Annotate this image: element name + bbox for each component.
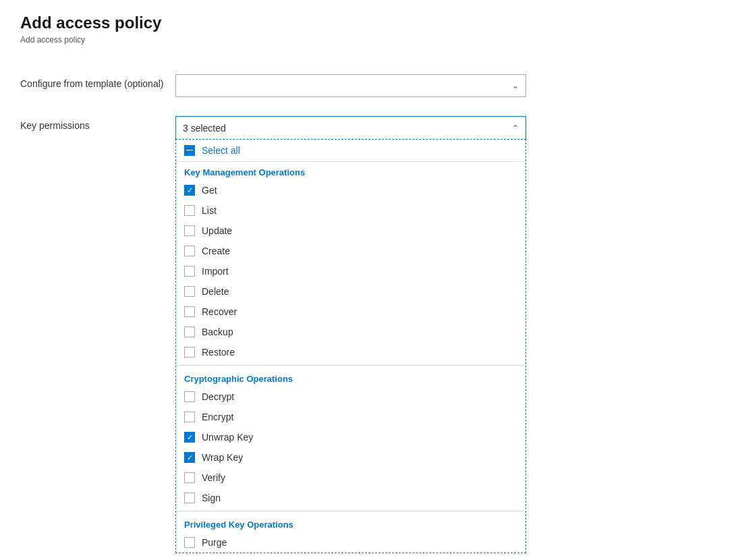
key-management-section-header: Key Management Operations [176, 162, 526, 180]
template-dropdown[interactable]: ⌄ [175, 74, 526, 97]
list-item[interactable]: Wrap Key [176, 447, 526, 468]
backup-checkbox[interactable] [184, 327, 195, 337]
recover-checkbox[interactable] [184, 306, 195, 317]
verify-checkbox[interactable] [184, 472, 195, 483]
verify-label: Verify [202, 472, 225, 483]
list-item[interactable]: Import [176, 261, 526, 281]
chevron-up-icon: ⌃ [512, 123, 519, 133]
access-policy-form: Configure from template (optional) ⌄ Key… [20, 65, 714, 560]
list-item[interactable]: Restore [176, 342, 526, 362]
delete-checkbox[interactable] [184, 286, 195, 297]
list-item[interactable]: Recover [176, 302, 526, 322]
unwrap-key-checkbox[interactable] [184, 432, 195, 443]
key-permissions-dropdown-trigger[interactable]: 3 selected ⌃ [175, 116, 526, 139]
delete-label: Delete [202, 286, 229, 297]
backup-label: Backup [202, 327, 233, 337]
template-label: Configure from template (optional) [20, 74, 175, 89]
decrypt-label: Decrypt [202, 391, 234, 402]
select-all-link[interactable]: all [231, 145, 240, 156]
restore-checkbox[interactable] [184, 347, 195, 358]
list-item[interactable]: Sign [176, 488, 526, 508]
list-item[interactable]: Backup [176, 322, 526, 342]
wrap-key-checkbox[interactable] [184, 452, 195, 463]
list-item[interactable]: List [176, 200, 526, 221]
unwrap-key-label: Unwrap Key [202, 432, 253, 443]
template-control: ⌄ [175, 74, 526, 97]
list-item[interactable]: Encrypt [176, 407, 526, 427]
breadcrumb: Add access policy [20, 35, 714, 45]
chevron-down-icon: ⌄ [512, 81, 519, 90]
recover-label: Recover [202, 306, 237, 317]
update-label: Update [202, 225, 232, 236]
privileged-section-header: Privileged Key Operations [176, 514, 526, 532]
list-item[interactable]: Unwrap Key [176, 427, 526, 447]
select-all-row[interactable]: Select all [176, 140, 526, 162]
key-permissions-selected-count: 3 selected [183, 123, 226, 134]
import-label: Import [202, 266, 229, 277]
select-all-checkbox[interactable] [184, 145, 195, 156]
sign-checkbox[interactable] [184, 493, 195, 503]
key-permissions-control: 3 selected ⌃ Select all Key Management O… [175, 116, 526, 553]
list-item[interactable]: Verify [176, 468, 526, 488]
get-label: Get [202, 185, 217, 196]
list-checkbox[interactable] [184, 205, 195, 216]
create-label: Create [202, 246, 230, 256]
list-item[interactable]: Purge [176, 532, 526, 553]
restore-label: Restore [202, 347, 235, 358]
purge-label: Purge [202, 537, 227, 548]
wrap-key-label: Wrap Key [202, 452, 243, 463]
purge-checkbox[interactable] [184, 537, 195, 548]
import-checkbox[interactable] [184, 266, 195, 277]
section-divider-1 [176, 365, 526, 366]
key-permissions-label: Key permissions [20, 116, 175, 131]
key-permissions-row: Key permissions 3 selected ⌃ Select all … [20, 107, 714, 560]
page-title: Add access policy [20, 13, 714, 32]
sign-label: Sign [202, 493, 221, 503]
key-permissions-dropdown-list: Select all Key Management Operations Get… [175, 139, 526, 553]
template-row: Configure from template (optional) ⌄ [20, 65, 714, 107]
get-checkbox[interactable] [184, 185, 195, 196]
encrypt-label: Encrypt [202, 412, 233, 422]
list-item[interactable]: Delete [176, 281, 526, 302]
list-label: List [202, 205, 217, 216]
encrypt-checkbox[interactable] [184, 412, 195, 422]
cryptographic-section-header: Cryptographic Operations [176, 368, 526, 387]
decrypt-checkbox[interactable] [184, 391, 195, 402]
section-divider-2 [176, 511, 526, 511]
select-all-label: Select all [202, 145, 240, 156]
list-item[interactable]: Decrypt [176, 387, 526, 407]
list-item[interactable]: Get [176, 180, 526, 200]
list-item[interactable]: Create [176, 241, 526, 261]
create-checkbox[interactable] [184, 246, 195, 256]
list-item[interactable]: Update [176, 221, 526, 241]
update-checkbox[interactable] [184, 225, 195, 236]
